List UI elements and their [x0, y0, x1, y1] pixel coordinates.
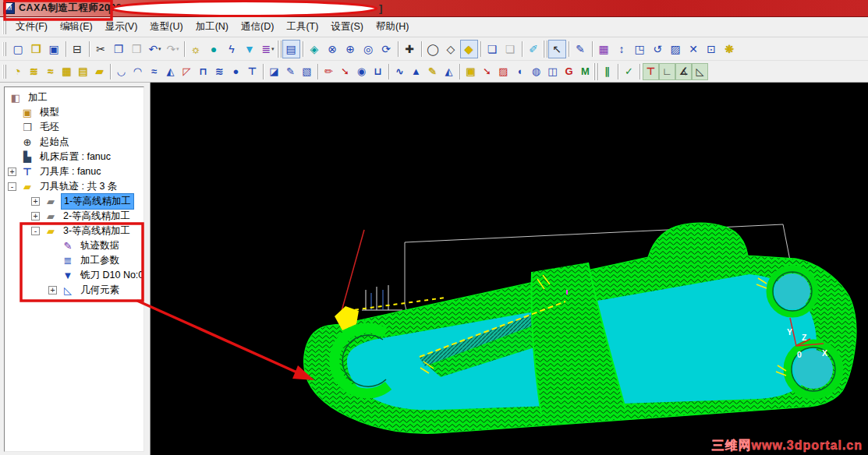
separator[interactable] — [543, 41, 548, 58]
sketch-pen-icon[interactable]: ✎ — [572, 40, 590, 58]
separator[interactable] — [478, 41, 484, 58]
tool-setting-icon[interactable]: ⊤ — [643, 63, 659, 80]
fan-split-icon[interactable]: ◭ — [441, 63, 457, 80]
menu-display[interactable]: 显示(V) — [99, 19, 144, 35]
spiral-tower-icon[interactable]: ≋ — [211, 63, 228, 80]
separator[interactable] — [593, 63, 599, 80]
redo-icon[interactable]: ↷▾ — [164, 40, 182, 58]
tree-expander[interactable] — [8, 123, 16, 132]
menu-communication[interactable]: 通信(D) — [235, 19, 280, 35]
brush-red-icon[interactable]: ✏ — [321, 63, 337, 80]
m-code-icon[interactable]: M — [577, 63, 593, 80]
layers-icon[interactable]: ≣▾ — [259, 40, 277, 58]
tree-item-toolpaths[interactable]: - ▰ 刀具轨迹 : 共 3 条 — [5, 179, 143, 194]
contour-red-icon[interactable]: ▨ — [495, 63, 512, 80]
mushroom-icon[interactable]: ⊤ — [244, 63, 260, 80]
cone-fan-icon[interactable]: ◭ — [162, 63, 179, 80]
coil-icon[interactable]: ∿ — [391, 63, 408, 80]
filter-funnel-icon[interactable]: ▼ — [241, 40, 259, 58]
curve-hook-icon[interactable]: ➘ — [337, 63, 353, 80]
separator[interactable] — [566, 41, 572, 58]
funnel-cup-icon[interactable]: ⊔ — [370, 63, 386, 80]
tree-expander[interactable] — [48, 242, 57, 250]
pencil-surface-icon[interactable]: ✎ — [282, 63, 299, 80]
wireframe-sphere-icon[interactable]: ◯ — [424, 40, 442, 58]
bell-flag-icon[interactable]: ⊓ — [195, 63, 211, 80]
refresh-view-icon[interactable]: ⟳ — [377, 40, 395, 58]
zoom-window-icon[interactable]: ◎ — [360, 40, 377, 58]
save-file-icon[interactable]: ▣ — [45, 40, 63, 58]
separator[interactable] — [277, 41, 282, 58]
g01-code-icon[interactable]: G — [561, 63, 577, 80]
zoom-in-icon[interactable]: ⊕ — [342, 40, 360, 58]
tree-item-toolpath-2[interactable]: + ▰ 2-等高线精加工 — [5, 209, 143, 224]
separator[interactable] — [395, 41, 401, 58]
hatch-lines-icon[interactable]: ∥ — [599, 63, 615, 80]
fan-surface-icon[interactable]: ▧ — [299, 63, 315, 80]
shaded-cube-icon[interactable]: ◆ — [460, 40, 478, 58]
dot-line-icon[interactable]: ✓ — [621, 63, 637, 80]
airbrush-icon[interactable]: ✐ — [525, 40, 543, 58]
zoom-all-icon[interactable]: ⊗ — [324, 40, 342, 58]
menu-file[interactable]: 文件(F) — [9, 19, 54, 35]
angle-icon[interactable]: ∡ — [675, 63, 692, 80]
rough-spiral-disc-icon[interactable]: ◔ — [9, 63, 26, 80]
frame-rotate-icon[interactable]: ↺ — [649, 40, 667, 58]
frame-color-icon[interactable]: ▦ — [595, 40, 613, 58]
separator[interactable] — [519, 41, 525, 58]
tree-item-post-processor[interactable]: ▙ 机床后置 : fanuc — [5, 150, 143, 164]
rotate-view-icon[interactable]: ◈ — [306, 40, 324, 58]
shade-toggle-icon[interactable]: ϟ — [223, 40, 241, 58]
tree-expander[interactable]: - — [31, 227, 40, 235]
tree-expander[interactable]: + — [31, 212, 40, 220]
frame-move-icon[interactable]: ◳ — [631, 40, 649, 58]
undo-icon[interactable]: ↶▾ — [146, 40, 164, 58]
tree-expander[interactable] — [48, 256, 57, 265]
menu-machining[interactable]: 加工(N) — [190, 19, 235, 35]
cascade-copy-icon[interactable]: ❏ — [484, 40, 501, 58]
coord-xz-icon[interactable]: ∟ — [659, 63, 675, 80]
tree-item-trajectory-data[interactable]: ✎ 轨迹数据 — [5, 238, 143, 253]
tree-item-geometry[interactable]: + ◺ 几何元素 — [5, 283, 143, 298]
rough-stacked-discs-icon[interactable]: ≋ — [26, 63, 42, 80]
tree-item-start-point[interactable]: ⊕ 起始点 — [5, 135, 143, 150]
globe-icon[interactable]: ◍ — [528, 63, 544, 80]
paste-icon[interactable]: ❒ — [128, 40, 146, 58]
tree-item-model[interactable]: ▣ 模型 — [5, 105, 143, 120]
tree-expander[interactable] — [8, 108, 16, 117]
tree-item-tool-library[interactable]: + ⊤ 刀具库 : fanuc — [5, 164, 143, 179]
wireframe-cube-icon[interactable]: ◇ — [442, 40, 460, 58]
separator[interactable] — [300, 41, 306, 58]
surface-curve-icon[interactable]: ◡ — [113, 63, 129, 80]
separator[interactable] — [419, 41, 424, 58]
menu-modeling[interactable]: 造型(U) — [143, 19, 189, 35]
print-icon[interactable]: ⊟ — [69, 40, 87, 58]
spiral-square-icon[interactable]: ▣ — [462, 63, 479, 80]
copy-icon[interactable]: ❐ — [110, 40, 128, 58]
regen-icon[interactable]: ❋ — [721, 40, 739, 58]
cut-icon[interactable]: ✂ — [92, 40, 110, 58]
tree-expander[interactable] — [8, 153, 16, 161]
tree-expander[interactable]: + — [31, 197, 40, 206]
tree-expander[interactable]: + — [8, 168, 16, 176]
tree-expander[interactable] — [48, 271, 57, 280]
separator[interactable] — [315, 63, 321, 80]
separator[interactable] — [182, 41, 187, 58]
surface-pick-icon[interactable]: ◪ — [266, 63, 282, 80]
contour-fan-icon[interactable]: ≈ — [146, 63, 162, 80]
separator[interactable] — [87, 41, 92, 58]
sketch-plane-icon[interactable]: ◺ — [692, 63, 708, 80]
bell-surface-icon[interactable]: ◠ — [129, 63, 146, 80]
separator[interactable] — [590, 41, 595, 58]
separator[interactable] — [260, 63, 266, 80]
panel-toggle-icon[interactable]: ▤ — [282, 40, 300, 58]
tree-item-mill-tool[interactable]: ▼ 铣刀 D10 No:0 — [5, 268, 143, 283]
tree-item-machining[interactable]: ◧ 加工 — [5, 90, 143, 105]
sphere-pin-icon[interactable]: ◉ — [353, 63, 370, 80]
new-file-icon[interactable]: ▢ — [9, 40, 27, 58]
tree-expander[interactable]: + — [48, 286, 57, 295]
tree-item-blank[interactable]: ❒ 毛坯 — [5, 120, 143, 135]
post-machine-icon[interactable]: ◫ — [544, 63, 561, 80]
cascade-copy2-icon[interactable]: ❏ — [501, 40, 519, 58]
separator[interactable] — [63, 41, 69, 58]
